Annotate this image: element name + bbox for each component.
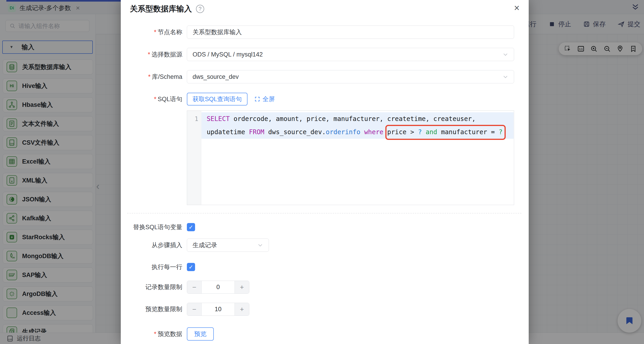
minus-button[interactable]: − bbox=[187, 303, 202, 316]
chevron-down-icon bbox=[257, 242, 263, 248]
required-mark: * bbox=[148, 73, 151, 80]
editor-gutter: 1 bbox=[187, 111, 201, 205]
sql-code-line: updatetime FROM dws_source_dev.orderinfo… bbox=[207, 126, 514, 139]
field-insert-step: 从步骤插入 生成记录 bbox=[121, 238, 529, 252]
minus-button[interactable]: − bbox=[187, 281, 202, 294]
insert-step-value: 生成记录 bbox=[192, 241, 217, 249]
chevron-down-icon bbox=[502, 74, 508, 80]
field-sql: *SQL语句 获取SQL查询语句 全屏 bbox=[121, 93, 529, 106]
help-icon[interactable]: ? bbox=[196, 5, 204, 13]
schema-select[interactable]: dws_source_dev bbox=[187, 70, 514, 84]
node-name-input-wrap bbox=[187, 26, 514, 39]
fullscreen-icon bbox=[254, 96, 260, 102]
sql-label: SQL语句 bbox=[158, 96, 182, 102]
fullscreen-label: 全屏 bbox=[262, 95, 275, 103]
record-limit-label: 记录数量限制 bbox=[146, 284, 182, 290]
preview-button[interactable]: 预览 bbox=[187, 327, 214, 340]
required-mark: * bbox=[148, 51, 150, 58]
plus-button[interactable]: + bbox=[234, 281, 249, 294]
node-name-input[interactable] bbox=[192, 29, 508, 36]
preview-limit-label: 预览数量限制 bbox=[146, 306, 182, 312]
node-name-label: 节点名称 bbox=[158, 29, 182, 36]
section-divider bbox=[127, 213, 522, 214]
insert-step-select[interactable]: 生成记录 bbox=[187, 238, 269, 252]
record-limit-value[interactable]: 0 bbox=[202, 281, 234, 294]
execute-row-checkbox[interactable]: ✓ bbox=[187, 263, 195, 271]
preview-limit-stepper: − 10 + bbox=[187, 303, 249, 316]
sql-code-line: SELECT ordercode, amount, price, manufac… bbox=[207, 112, 514, 126]
line-number: 1 bbox=[194, 112, 198, 126]
field-node-name: *节点名称 bbox=[121, 26, 529, 39]
datasource-value: ODS / MySQL / mysql142 bbox=[192, 51, 263, 58]
datasource-label: 选择数据源 bbox=[152, 51, 182, 58]
preview-label: 预览数据 bbox=[158, 330, 182, 338]
field-preview: *预览数据 预览 bbox=[121, 327, 529, 340]
insert-step-label: 从步骤插入 bbox=[152, 242, 182, 248]
preview-limit-value[interactable]: 10 bbox=[202, 303, 234, 316]
required-mark: * bbox=[154, 96, 156, 102]
replace-vars-label: 替换SQL语句变量 bbox=[133, 224, 182, 230]
field-replace-vars: 替换SQL语句变量 ✓ bbox=[121, 222, 529, 232]
execute-row-label: 执行每一行 bbox=[152, 264, 182, 270]
dialog-title: 关系型数据库输入 ? bbox=[130, 4, 204, 14]
relational-db-input-dialog: 关系型数据库输入 ? × *节点名称 *选择数据源 ODS / MySQL / … bbox=[121, 0, 529, 344]
fullscreen-link[interactable]: 全屏 bbox=[254, 93, 275, 106]
field-datasource: *选择数据源 ODS / MySQL / mysql142 bbox=[121, 48, 529, 61]
field-schema: *库/Schema dws_source_dev bbox=[121, 70, 529, 84]
datasource-select[interactable]: ODS / MySQL / mysql142 bbox=[187, 48, 514, 61]
field-preview-limit: 预览数量限制 − 10 + bbox=[121, 303, 529, 316]
schema-label: 库/Schema bbox=[152, 73, 182, 80]
sql-editor[interactable]: 1 SELECT ordercode, amount, price, manuf… bbox=[187, 110, 514, 205]
dialog-title-text: 关系型数据库输入 bbox=[130, 4, 192, 14]
app-window: Di 生成记录-多个参数 × 运行停止保存提交 ▼ 输入 关系型数据库输入HiH… bbox=[0, 0, 644, 344]
field-record-limit: 记录数量限制 − 0 + bbox=[121, 281, 529, 294]
sql-code: SELECT ordercode, amount, price, manufac… bbox=[207, 112, 514, 139]
schema-value: dws_source_dev bbox=[192, 73, 239, 80]
replace-vars-checkbox[interactable]: ✓ bbox=[187, 223, 195, 231]
plus-button[interactable]: + bbox=[234, 303, 249, 316]
required-mark: * bbox=[154, 29, 156, 36]
record-limit-stepper: − 0 + bbox=[187, 281, 249, 294]
get-sql-button[interactable]: 获取SQL查询语句 bbox=[187, 93, 248, 106]
close-icon[interactable]: × bbox=[514, 3, 520, 13]
chevron-down-icon bbox=[502, 52, 508, 58]
field-execute-row: 执行每一行 ✓ bbox=[121, 262, 529, 272]
required-mark: * bbox=[154, 330, 156, 338]
